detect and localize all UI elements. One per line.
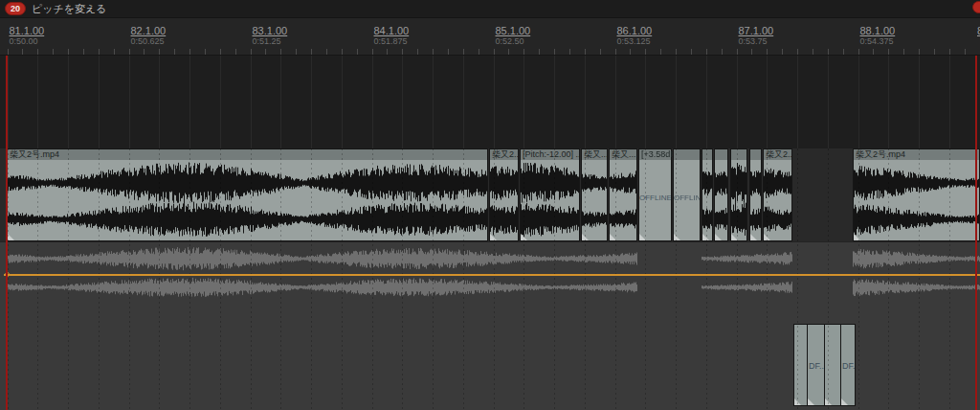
ruler-tick (630, 49, 631, 55)
daw-arrange-view: 20 ピッチを変える 81.1.000:50.0082.1.000:50.625… (0, 0, 980, 410)
ruler-tick (387, 49, 388, 55)
empty-track-area[interactable] (0, 55, 980, 148)
fade-handle-icon[interactable] (764, 234, 770, 240)
ruler-tick (569, 49, 570, 55)
media-item[interactable]: OFFLINE (673, 148, 701, 241)
media-item[interactable]: 柴又... (581, 148, 608, 241)
fade-handle-icon[interactable] (521, 234, 527, 240)
waveform-canvas (610, 160, 636, 241)
media-item[interactable]: 柴又2号.mp4 (7, 148, 488, 241)
fade-handle-icon[interactable] (841, 399, 848, 405)
grid-beat-line (280, 55, 281, 148)
ruler-tick (828, 49, 829, 55)
ruler-tick (858, 49, 859, 55)
fade-handle-icon[interactable] (582, 234, 589, 240)
right-marker-badge[interactable] (972, 1, 980, 13)
fade-handle-icon[interactable] (674, 234, 680, 240)
grid-beat-line (311, 55, 312, 148)
fade-handle-icon[interactable] (854, 234, 860, 240)
media-item[interactable] (749, 148, 762, 241)
edit-cursor[interactable] (6, 12, 8, 410)
grid-beat-line (402, 55, 403, 148)
measure-time: 0:50.00 (10, 36, 45, 47)
fade-handle-icon[interactable] (610, 234, 616, 240)
fade-handle-icon[interactable] (639, 234, 646, 240)
waveform-canvas (521, 160, 579, 241)
ruler-tick (873, 49, 874, 55)
media-item-offline[interactable] (793, 324, 808, 406)
media-item-header: [Pitch:-12.00] ... (521, 149, 579, 160)
ruler-tick (585, 49, 586, 55)
ruler-tick (159, 49, 160, 55)
grid-beat-line (737, 55, 738, 148)
media-item-offline[interactable]: DF... (840, 324, 856, 406)
media-item-offline[interactable]: DF... (807, 324, 825, 406)
media-item[interactable]: 柴又2... (763, 148, 792, 241)
ruler-tick (479, 49, 479, 55)
measure-time: 0:54.375 (860, 36, 896, 47)
waveform-canvas (702, 160, 712, 241)
ruler-tick (645, 49, 646, 55)
ruler-tick (8, 49, 9, 55)
marker-number-badge[interactable]: 20 (5, 2, 26, 15)
media-item[interactable] (702, 148, 713, 241)
fade-handle-icon[interactable] (794, 399, 801, 405)
measure-number: 85.1.00 (496, 25, 531, 36)
waveform-canvas (764, 160, 791, 241)
grid-beat-line (99, 55, 100, 148)
fade-handle-icon[interactable] (731, 234, 738, 240)
grid-beat-line (68, 55, 69, 148)
marker-line[interactable] (975, 11, 977, 410)
track2-peaks-canvas (853, 241, 980, 299)
measure-number: 82.1.00 (131, 25, 167, 36)
ruler-tick (372, 49, 373, 55)
offline-status-text: OFFLINE (639, 194, 671, 202)
ruler-tick (220, 49, 221, 55)
fade-handle-icon[interactable] (702, 234, 709, 240)
media-item-label: 柴又2... (492, 149, 518, 160)
media-item-offline[interactable] (824, 324, 841, 406)
offline-status-text: OFFLINE (674, 194, 700, 202)
ruler-tick (114, 49, 115, 55)
media-item[interactable]: 柴又2号.mp4 (853, 148, 980, 241)
ruler-tick (539, 49, 540, 55)
grid-beat-line (554, 55, 555, 148)
offline-item-label: DF... (809, 361, 824, 371)
grid-beat-line (189, 55, 190, 148)
timeline-ruler[interactable]: 81.1.000:50.0082.1.000:50.62583.1.000:51… (0, 17, 980, 56)
grid-beat-line (797, 55, 798, 148)
measure-time: 0:52.50 (496, 36, 531, 47)
ruler-tick (934, 49, 935, 55)
grid-beat-line (645, 55, 646, 148)
grid-beat-line (342, 55, 343, 148)
media-item[interactable]: 柴又... (609, 148, 637, 241)
volume-envelope-line[interactable] (4, 274, 980, 276)
measure-number: 87.1.00 (739, 25, 774, 36)
measure-time: 0:51.875 (374, 36, 410, 47)
ruler-tick (99, 49, 100, 55)
grid-beat-line (615, 55, 616, 148)
fade-handle-icon[interactable] (825, 399, 832, 405)
grid-beat-line (919, 55, 920, 148)
grid-beat-line (585, 55, 586, 148)
media-item[interactable]: 柴又2... (489, 148, 519, 241)
ruler-tick (296, 49, 297, 55)
track2-peaks-canvas (7, 241, 637, 299)
media-item[interactable] (714, 148, 728, 241)
fade-handle-icon[interactable] (715, 234, 722, 240)
media-item[interactable]: [Pitch:-12.00] ... (520, 148, 580, 241)
media-item[interactable] (730, 148, 747, 241)
grid-beat-line (523, 55, 524, 148)
fade-handle-icon[interactable] (8, 234, 14, 240)
ruler-tick (129, 49, 130, 55)
marker-title: ピッチを変える (32, 2, 107, 16)
media-item-header: 柴又2号.mp4 (8, 149, 487, 160)
media-item[interactable]: [+3.58dB]ピッチ...OFFLINE (638, 148, 672, 241)
fade-handle-icon[interactable] (808, 399, 814, 405)
media-item-header (715, 149, 727, 160)
fade-handle-icon[interactable] (750, 234, 757, 240)
offline-item-label: DF... (842, 361, 855, 371)
ruler-tick (280, 49, 281, 55)
ruler-tick (523, 49, 524, 55)
fade-handle-icon[interactable] (490, 234, 497, 240)
